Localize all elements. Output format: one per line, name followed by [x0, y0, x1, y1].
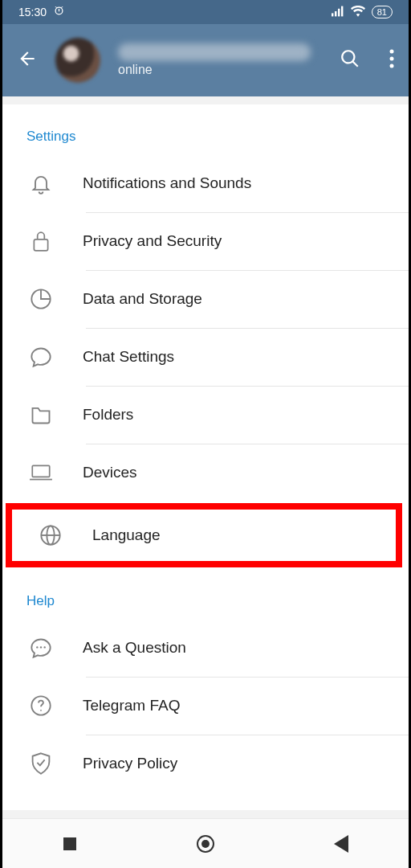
question-circle-icon — [28, 694, 54, 717]
svg-point-16 — [44, 646, 46, 648]
settings-item-data-storage[interactable]: Data and Storage — [2, 270, 409, 328]
row-label: Ask a Question — [83, 639, 186, 657]
back-button[interactable] — [17, 48, 38, 72]
row-label: Folders — [83, 406, 133, 424]
chat-dots-icon — [28, 637, 54, 659]
svg-rect-3 — [341, 6, 343, 16]
battery-text: 81 — [377, 7, 387, 17]
pie-chart-icon — [28, 288, 54, 310]
folder-icon — [28, 404, 54, 425]
help-item-faq[interactable]: Telegram FAQ — [2, 677, 409, 735]
svg-rect-7 — [34, 240, 47, 251]
svg-rect-2 — [338, 8, 340, 16]
section-title-help: Help — [2, 569, 409, 619]
back-nav-button[interactable] — [331, 833, 352, 854]
alarm-icon — [53, 5, 65, 19]
svg-point-4 — [390, 50, 394, 54]
bottom-gap — [2, 810, 409, 818]
shield-check-icon — [28, 751, 54, 776]
settings-item-chat-settings[interactable]: Chat Settings — [2, 328, 409, 386]
row-label: Data and Storage — [83, 290, 202, 308]
section-title-settings: Settings — [2, 104, 409, 154]
android-nav-bar — [2, 818, 409, 868]
user-status: online — [118, 63, 322, 77]
row-label: Notifications and Sounds — [83, 174, 251, 192]
settings-item-language[interactable]: Language — [12, 510, 396, 561]
svg-rect-9 — [32, 465, 49, 477]
laptop-icon — [28, 463, 54, 482]
user-block[interactable]: online — [118, 43, 322, 77]
lock-icon — [28, 230, 54, 252]
recents-button[interactable] — [59, 833, 80, 854]
svg-point-6 — [390, 64, 394, 68]
svg-point-15 — [40, 646, 42, 648]
signal-icon — [332, 6, 344, 19]
settings-item-notifications[interactable]: Notifications and Sounds — [2, 154, 409, 212]
settings-item-devices[interactable]: Devices — [2, 444, 409, 502]
svg-point-18 — [40, 710, 42, 711]
bell-icon — [28, 172, 54, 194]
help-item-ask-question[interactable]: Ask a Question — [2, 619, 409, 677]
svg-rect-1 — [335, 11, 336, 16]
settings-item-privacy[interactable]: Privacy and Security — [2, 212, 409, 270]
row-label: Devices — [83, 464, 137, 481]
globe-icon — [38, 524, 63, 547]
help-item-privacy-policy[interactable]: Privacy Policy — [2, 735, 409, 792]
battery-indicator: 81 — [372, 6, 393, 18]
avatar[interactable] — [55, 38, 100, 83]
row-label: Privacy Policy — [83, 755, 177, 772]
highlighted-language-box: Language — [6, 503, 402, 567]
status-bar: 15:30 81 — [2, 0, 409, 24]
more-menu-button[interactable] — [389, 49, 394, 72]
row-label: Chat Settings — [83, 348, 174, 366]
wifi-icon — [351, 6, 365, 19]
row-label: Telegram FAQ — [83, 697, 180, 714]
svg-point-14 — [36, 646, 38, 648]
home-button[interactable] — [195, 833, 216, 854]
settings-content[interactable]: Settings Notifications and Sounds Privac… — [2, 104, 409, 810]
search-button[interactable] — [340, 48, 360, 72]
user-name-blurred — [118, 43, 311, 61]
app-header: online — [2, 24, 409, 96]
row-label: Language — [92, 526, 161, 544]
settings-item-folders[interactable]: Folders — [2, 386, 409, 444]
svg-rect-0 — [332, 13, 333, 16]
clock-text: 15:30 — [18, 6, 47, 18]
chat-bubble-icon — [28, 346, 54, 368]
svg-point-5 — [390, 57, 394, 61]
row-label: Privacy and Security — [83, 232, 222, 250]
section-gap — [2, 96, 409, 104]
